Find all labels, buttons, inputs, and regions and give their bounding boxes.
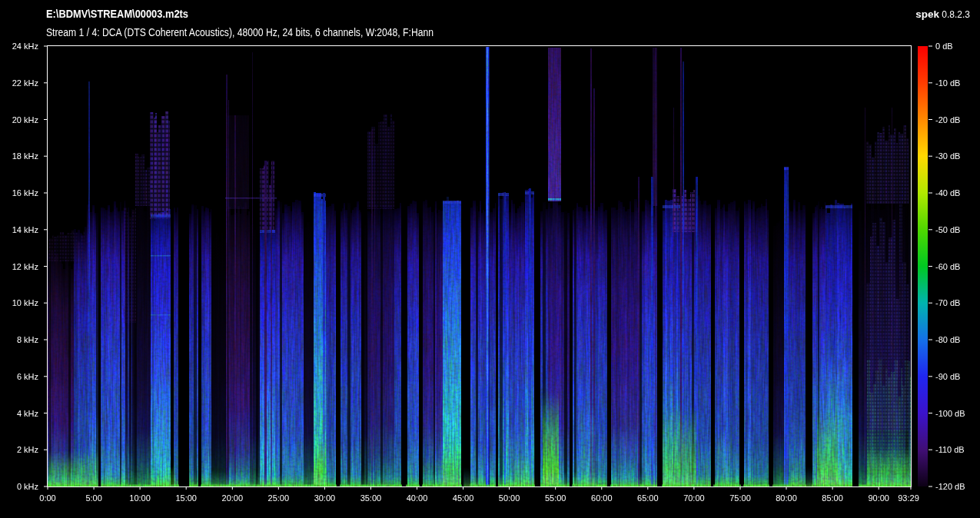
- svg-text:40:00: 40:00: [407, 493, 428, 503]
- svg-text:55:00: 55:00: [545, 493, 566, 503]
- svg-text:65:00: 65:00: [637, 493, 659, 503]
- svg-text:50:00: 50:00: [499, 493, 520, 503]
- svg-text:12 kHz: 12 kHz: [12, 262, 38, 271]
- svg-text:14 kHz: 14 kHz: [12, 225, 38, 234]
- svg-text:45:00: 45:00: [453, 493, 474, 503]
- svg-text:-120 dB: -120 dB: [935, 482, 965, 491]
- svg-text:75:00: 75:00: [729, 493, 751, 503]
- svg-text:-10 dB: -10 dB: [935, 78, 960, 88]
- svg-text:2 kHz: 2 kHz: [17, 445, 38, 454]
- svg-text:0 dB: 0 dB: [935, 42, 953, 51]
- svg-text:Stream 1 / 4: DCA (DTS Coheren: Stream 1 / 4: DCA (DTS Coherent Acoustic…: [46, 26, 434, 38]
- svg-text:-90 dB: -90 dB: [935, 372, 960, 381]
- svg-text:0 kHz: 0 kHz: [17, 482, 38, 491]
- svg-text:93:29: 93:29: [898, 493, 919, 503]
- svg-text:25:00: 25:00: [268, 493, 290, 503]
- svg-text:90:00: 90:00: [868, 493, 889, 503]
- svg-text:-50 dB: -50 dB: [935, 225, 960, 234]
- svg-text:24 kHz: 24 kHz: [12, 42, 38, 51]
- svg-text:60:00: 60:00: [591, 493, 613, 503]
- svg-text:6 kHz: 6 kHz: [17, 372, 38, 381]
- svg-text:10:00: 10:00: [129, 493, 151, 503]
- svg-text:-100 dB: -100 dB: [935, 409, 965, 418]
- svg-text:-70 dB: -70 dB: [935, 298, 960, 307]
- svg-text:E:\BDMV\STREAM\00003.m2ts: E:\BDMV\STREAM\00003.m2ts: [46, 8, 188, 20]
- svg-text:-30 dB: -30 dB: [935, 151, 960, 161]
- svg-text:8 kHz: 8 kHz: [17, 335, 38, 344]
- svg-text:18 kHz: 18 kHz: [12, 151, 38, 161]
- svg-text:30:00: 30:00: [314, 493, 336, 503]
- svg-text:85:00: 85:00: [822, 493, 843, 503]
- svg-text:-20 dB: -20 dB: [935, 115, 960, 125]
- svg-text:15:00: 15:00: [175, 493, 197, 503]
- svg-text:35:00: 35:00: [360, 493, 382, 503]
- svg-text:80:00: 80:00: [776, 493, 797, 503]
- svg-text:20:00: 20:00: [222, 493, 244, 503]
- svg-text:-80 dB: -80 dB: [935, 335, 960, 344]
- svg-text:10 kHz: 10 kHz: [12, 298, 38, 307]
- svg-text:16 kHz: 16 kHz: [12, 188, 38, 198]
- svg-text:4 kHz: 4 kHz: [17, 409, 38, 418]
- svg-text:70:00: 70:00: [683, 493, 705, 503]
- svg-text:spek 0.8.2.3: spek 0.8.2.3: [915, 8, 970, 20]
- svg-text:-60 dB: -60 dB: [935, 262, 960, 271]
- svg-text:-110 dB: -110 dB: [935, 445, 965, 454]
- svg-text:0:00: 0:00: [39, 493, 55, 503]
- svg-text:22 kHz: 22 kHz: [12, 78, 38, 88]
- svg-text:5:00: 5:00: [85, 493, 101, 503]
- svg-text:20 kHz: 20 kHz: [12, 115, 38, 125]
- svg-text:-40 dB: -40 dB: [935, 188, 960, 198]
